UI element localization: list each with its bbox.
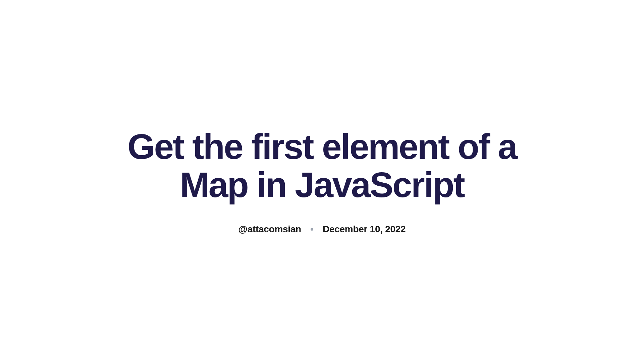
article-header: Get the first element of a Map in JavaSc…	[104, 127, 540, 235]
publish-date: December 10, 2022	[323, 224, 406, 235]
author-handle[interactable]: @attacomsian	[238, 224, 301, 235]
article-meta: @attacomsian December 10, 2022	[117, 224, 527, 235]
article-title: Get the first element of a Map in JavaSc…	[117, 127, 527, 204]
separator-dot-icon	[311, 228, 313, 231]
